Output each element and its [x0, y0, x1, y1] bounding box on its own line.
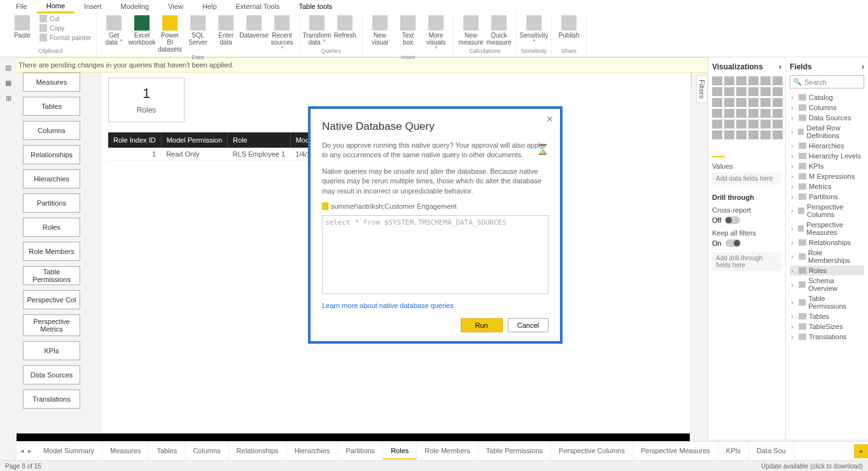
- viz-type-icon[interactable]: [736, 98, 746, 107]
- viz-type-icon[interactable]: [748, 76, 759, 85]
- field-item[interactable]: ›Detail Row Definitions: [790, 123, 864, 141]
- viz-type-icon[interactable]: [712, 109, 722, 118]
- field-item[interactable]: ›Catalog: [790, 92, 864, 102]
- drill-well[interactable]: Add drill-through fields here: [712, 252, 781, 271]
- page-tab[interactable]: Role Members: [417, 443, 479, 460]
- viz-type-icon[interactable]: [773, 76, 783, 85]
- viz-type-icon[interactable]: [724, 120, 734, 129]
- viz-type-icon[interactable]: [773, 130, 783, 139]
- field-item[interactable]: ›TableSizes: [790, 321, 864, 332]
- viz-type-icon[interactable]: [748, 98, 759, 107]
- nav-partitions[interactable]: Partitions: [23, 193, 80, 213]
- page-tab[interactable]: Hierarchies: [287, 443, 339, 460]
- viz-type-icon[interactable]: [760, 87, 771, 96]
- viz-type-icon[interactable]: [773, 109, 783, 118]
- menu-file[interactable]: File: [6, 1, 37, 12]
- page-tab[interactable]: Perspective Measures: [633, 443, 718, 460]
- nav-table-permissions[interactable]: Table Permissions: [23, 266, 80, 285]
- model-view-icon[interactable]: ⊞: [3, 93, 13, 103]
- viz-type-icon[interactable]: [760, 120, 771, 129]
- nav-role-members[interactable]: Role Members: [23, 242, 80, 261]
- viz-type-icon[interactable]: [736, 76, 746, 85]
- page-tab[interactable]: Roles: [383, 443, 417, 460]
- copy-button[interactable]: Copy: [38, 24, 92, 32]
- sensitivity-button[interactable]: Sensitivity ˅: [521, 14, 547, 47]
- viz-type-icon[interactable]: [773, 98, 783, 107]
- field-item[interactable]: ›Hierarchies: [790, 141, 864, 151]
- nav-perspective-col[interactable]: Perspective Col: [23, 290, 80, 309]
- field-item[interactable]: ›Perspective Columns: [790, 202, 864, 220]
- viz-type-icon[interactable]: [773, 120, 783, 129]
- menu-view[interactable]: View: [158, 1, 193, 12]
- viz-type-icon[interactable]: [748, 130, 759, 139]
- card-visual[interactable]: 1 Roles: [108, 78, 185, 122]
- page-tab[interactable]: Data Sou: [749, 443, 794, 460]
- transform-data-button[interactable]: Transform data ˅: [304, 14, 330, 47]
- excel-button[interactable]: Excel workbook: [129, 14, 155, 47]
- viz-type-icon[interactable]: [724, 76, 734, 85]
- query-textarea[interactable]: [322, 215, 549, 294]
- menu-table-tools[interactable]: Table tools: [289, 1, 342, 12]
- page-tab[interactable]: Partitions: [338, 443, 383, 460]
- format-painter-button[interactable]: Format painter: [38, 33, 92, 42]
- viz-type-icon[interactable]: [724, 87, 734, 96]
- fields-tab-icon[interactable]: [712, 146, 725, 157]
- chevron-right-icon[interactable]: ›: [862, 62, 864, 71]
- page-tab[interactable]: KPIs: [718, 443, 749, 460]
- nav-hierarchies[interactable]: Hierarchies: [23, 169, 80, 188]
- cross-report-toggle[interactable]: [725, 216, 740, 224]
- th-1[interactable]: Model Permission: [161, 132, 227, 148]
- run-button[interactable]: Run: [461, 318, 503, 332]
- tab-nav-left[interactable]: ◂: [19, 446, 25, 456]
- page-tab[interactable]: Tables: [149, 443, 185, 460]
- viz-type-icon[interactable]: [760, 76, 771, 85]
- new-visual-button[interactable]: New visual: [367, 14, 393, 47]
- refresh-button[interactable]: Refresh: [332, 14, 358, 40]
- quick-measure-button[interactable]: Quick measure: [486, 14, 512, 47]
- field-item[interactable]: ›Columns: [790, 102, 864, 113]
- tab-nav-right[interactable]: ▸: [27, 446, 33, 456]
- viz-type-icon[interactable]: [748, 87, 759, 96]
- get-data-button[interactable]: Get data ˅: [101, 14, 127, 47]
- viz-type-icon[interactable]: [736, 87, 746, 96]
- keep-filters-toggle[interactable]: [725, 239, 741, 247]
- field-item[interactable]: ›KPIs: [790, 161, 864, 171]
- viz-type-icon[interactable]: [712, 98, 722, 107]
- format-tab-icon[interactable]: [731, 146, 744, 157]
- field-item[interactable]: ›Schema Overview: [790, 276, 864, 293]
- add-page-button[interactable]: +: [854, 444, 868, 458]
- sql-button[interactable]: SQL Server: [185, 14, 211, 47]
- viz-type-icon[interactable]: [712, 87, 722, 96]
- field-item[interactable]: ›Role Memberships: [790, 248, 864, 265]
- filters-pane-collapsed[interactable]: Filters: [696, 75, 708, 103]
- menu-help[interactable]: Help: [193, 1, 227, 12]
- report-view-icon[interactable]: ▥: [3, 62, 13, 73]
- menu-external-tools[interactable]: External Tools: [227, 1, 290, 12]
- update-available[interactable]: Update available (click to download): [761, 463, 863, 470]
- nav-kpis[interactable]: KPIs: [23, 341, 80, 360]
- field-item[interactable]: ›Table Permissions: [790, 293, 864, 311]
- field-item[interactable]: ›Data Sources: [790, 113, 864, 123]
- data-view-icon[interactable]: ▦: [3, 78, 13, 88]
- viz-type-icon[interactable]: [773, 87, 783, 96]
- menu-insert[interactable]: Insert: [74, 1, 111, 12]
- enter-data-button[interactable]: Enter data: [213, 14, 239, 47]
- nav-perspective-metrics[interactable]: Perspective Metrics: [23, 314, 80, 336]
- field-item[interactable]: ›Partitions: [790, 192, 864, 202]
- field-item[interactable]: ›Tables: [790, 311, 864, 321]
- page-tab[interactable]: Relationships: [229, 443, 287, 460]
- field-item[interactable]: ›Roles: [790, 265, 864, 276]
- th-0[interactable]: Role Index ID: [108, 132, 161, 148]
- dataverse-button[interactable]: Dataverse: [241, 14, 267, 40]
- field-item[interactable]: ›Translations: [790, 332, 864, 342]
- viz-type-icon[interactable]: [712, 120, 722, 129]
- viz-type-icon[interactable]: [712, 130, 722, 139]
- viz-type-icon[interactable]: [748, 109, 759, 118]
- viz-type-icon[interactable]: [760, 130, 771, 139]
- dialog-close-button[interactable]: ✕: [546, 114, 554, 124]
- viz-type-icon[interactable]: [724, 98, 734, 107]
- pbi-datasets-button[interactable]: Power BI datasets: [157, 14, 183, 54]
- viz-type-icon[interactable]: [736, 130, 746, 139]
- nav-translations[interactable]: Translations: [23, 390, 80, 409]
- menu-modeling[interactable]: Modeling: [111, 1, 159, 12]
